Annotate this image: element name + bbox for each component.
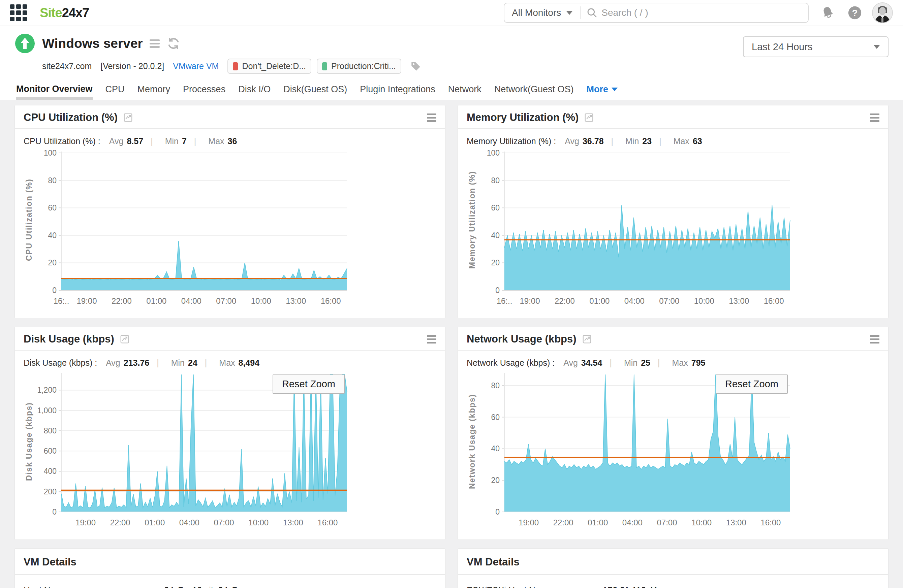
svg-text:19:00: 19:00: [519, 518, 539, 527]
reset-zoom-button[interactable]: Reset Zoom: [716, 375, 788, 394]
tab-cpu[interactable]: CPU: [105, 84, 125, 100]
svg-text:16:..: 16:..: [53, 296, 69, 306]
svg-text:13:00: 13:00: [726, 518, 746, 527]
expand-chart-icon[interactable]: [123, 113, 133, 122]
monitor-tag-1[interactable]: Production:Criti...: [317, 59, 401, 74]
search-input[interactable]: [601, 8, 802, 18]
y-axis-label: Network Usage (kbps): [465, 371, 480, 512]
expand-chart-icon[interactable]: [582, 334, 592, 344]
svg-text:16:..: 16:..: [497, 296, 513, 306]
time-range-value: Last 24 Hours: [752, 41, 813, 53]
svg-text:10:00: 10:00: [248, 518, 269, 527]
vm-detail-value: 172.21.112.41: [603, 585, 658, 588]
vm-detail-value: s24x7-w10.site24x7.com: [160, 585, 256, 588]
memory-utilization-chart[interactable]: 02040608010016:..19:0022:0001:0004:0007:…: [480, 149, 793, 310]
vmware-vm-link[interactable]: VMware VM: [173, 61, 219, 71]
svg-text:100: 100: [487, 149, 500, 157]
vm-detail-row: ESX/ESXi Host Name 172.21.112.41: [458, 575, 888, 588]
refresh-icon[interactable]: [167, 36, 181, 50]
svg-text:16:00: 16:00: [760, 518, 781, 527]
stats-separator: |: [157, 358, 159, 368]
stats-separator: |: [194, 136, 197, 146]
reset-zoom-button[interactable]: Reset Zoom: [272, 375, 345, 394]
cpu-stats-row: CPU Utilization (%) : Avg 8.57 | Min 7 |…: [15, 129, 445, 147]
min-value: 7: [182, 136, 187, 146]
help-icon[interactable]: ?: [847, 5, 862, 20]
stats-separator: |: [659, 136, 661, 146]
expand-chart-icon[interactable]: [584, 113, 594, 122]
svg-text:800: 800: [44, 426, 57, 435]
vm-detail-row: Host Name s24x7-w10.site24x7.com: [15, 575, 445, 588]
svg-text:20: 20: [491, 476, 500, 485]
dashboard-content: CPU Utilization (%) CPU Utilization (%) …: [0, 100, 903, 588]
tab-processes[interactable]: Processes: [183, 84, 225, 100]
min-value: 23: [642, 136, 652, 146]
svg-text:?: ?: [852, 8, 857, 18]
stats-label: Network Usage (kbps) :: [467, 358, 555, 368]
min-label: Min: [171, 358, 185, 368]
panel-menu-icon[interactable]: [870, 333, 879, 345]
monitor-scope-dropdown[interactable]: All Monitors: [504, 3, 580, 22]
notification-bell-icon[interactable]: [820, 5, 835, 20]
tab-more[interactable]: More: [586, 84, 618, 100]
tab-disk-guest-os-[interactable]: Disk(Guest OS): [283, 84, 347, 100]
svg-text:16:00: 16:00: [318, 518, 338, 527]
svg-text:40: 40: [491, 444, 500, 453]
tabs: Monitor OverviewCPUMemoryProcessesDisk I…: [16, 84, 889, 100]
min-value: 25: [641, 358, 650, 368]
monitor-tag-0[interactable]: Don't_Delete:D...: [227, 59, 311, 74]
network-usage-panel: Network Usage (kbps) Network Usage (kbps…: [458, 327, 889, 540]
site24x7-logo[interactable]: Site24x7: [40, 6, 89, 20]
search-icon: [587, 8, 598, 18]
svg-text:0: 0: [52, 286, 57, 295]
min-label: Min: [624, 358, 637, 368]
max-label: Max: [219, 358, 235, 368]
tab-disk-i-o[interactable]: Disk I/O: [238, 84, 271, 100]
avg-label: Avg: [565, 136, 579, 146]
avg-value: 213.76: [124, 358, 149, 368]
svg-text:60: 60: [48, 204, 57, 212]
cpu-utilization-chart[interactable]: 02040608010016:..19:0022:0001:0004:0007:…: [37, 149, 351, 310]
vm-details-title: VM Details: [24, 556, 436, 568]
svg-text:07:00: 07:00: [657, 518, 677, 527]
svg-text:80: 80: [491, 176, 500, 185]
monitor-list-icon[interactable]: [149, 38, 160, 50]
tab-plugin-integrations[interactable]: Plugin Integrations: [360, 84, 435, 100]
svg-text:22:00: 22:00: [553, 518, 573, 527]
stats-label: Memory Utilization (%) :: [467, 136, 556, 146]
panel-menu-icon[interactable]: [870, 112, 879, 124]
svg-text:07:00: 07:00: [659, 296, 679, 306]
tab-memory[interactable]: Memory: [137, 84, 170, 100]
tab-monitor-overview[interactable]: Monitor Overview: [16, 84, 93, 100]
time-range-dropdown[interactable]: Last 24 Hours: [743, 36, 889, 57]
network-stats-row: Network Usage (kbps) : Avg 34.54 | Min 2…: [458, 351, 888, 369]
tab-network-guest-os-[interactable]: Network(Guest OS): [494, 84, 574, 100]
svg-text:07:00: 07:00: [216, 296, 236, 306]
disk-usage-chart[interactable]: 02004006008001,0001,20019:0022:0001:0004…: [37, 371, 351, 532]
svg-text:19:00: 19:00: [77, 296, 97, 306]
network-usage-chart[interactable]: 02040608019:0022:0001:0004:0007:0010:001…: [480, 371, 793, 532]
panel-menu-icon[interactable]: [427, 112, 436, 124]
svg-text:19:00: 19:00: [519, 296, 540, 306]
tag-list: Don't_Delete:D...Production:Criti...: [227, 59, 401, 74]
vm-details-panel-guest: VM Details Host Name s24x7-w10.site24x7.…: [14, 548, 445, 588]
expand-chart-icon[interactable]: [120, 334, 130, 344]
svg-text:40: 40: [48, 231, 57, 240]
svg-text:20: 20: [491, 258, 500, 267]
tag-icon[interactable]: [410, 61, 422, 72]
stats-separator: |: [151, 136, 153, 146]
max-value: 795: [691, 358, 706, 368]
svg-text:10:00: 10:00: [691, 518, 712, 527]
app-grid-icon[interactable]: [10, 5, 27, 21]
panel-menu-icon[interactable]: [427, 333, 436, 345]
stats-separator: |: [205, 358, 207, 368]
max-value: 8,494: [239, 358, 260, 368]
chevron-down-icon: [566, 11, 573, 15]
vm-details-panel-host: VM Details ESX/ESXi Host Name 172.21.112…: [458, 548, 889, 588]
chevron-down-icon: [874, 45, 880, 49]
max-label: Max: [672, 358, 688, 368]
user-avatar[interactable]: [872, 2, 893, 23]
svg-text:100: 100: [44, 149, 57, 157]
tab-network[interactable]: Network: [448, 84, 481, 100]
max-value: 63: [693, 136, 702, 146]
